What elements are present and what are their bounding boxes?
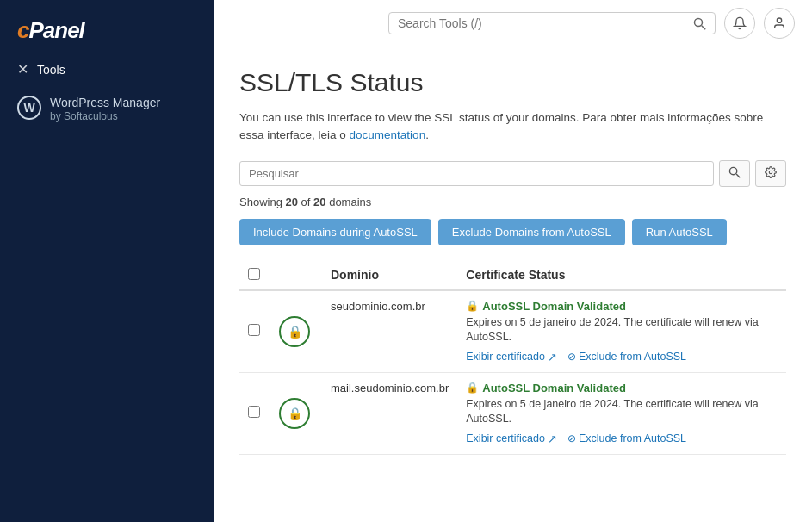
showing-count: 20 [286,196,298,208]
page-description: You can use this interface to view the S… [239,109,786,145]
select-all-checkbox[interactable] [248,268,260,280]
table-row: 🔒 mail.seudominio.com.br 🔒 AutoSSL Domai… [239,372,786,454]
row2-cert-status: 🔒 AutoSSL Domain Validated [466,382,778,395]
row1-view-cert-link[interactable]: Exibir certificado ↗ [466,351,557,364]
row1-exclude-link[interactable]: ⊘ Exclude from AutoSSL [567,351,686,363]
desc-after-link: . [425,128,429,141]
sidebar-item-tools[interactable]: ✕ Tools [0,53,214,86]
svg-point-2 [777,18,781,22]
row1-domain-cell: seudominio.com.br [322,290,457,373]
wordpress-text: WordPress Manager by Softaculous [50,95,160,124]
row1-lock-icon: 🔒 [279,316,310,347]
row2-lock-icon: 🔒 [279,398,310,429]
row1-icon-cell: 🔒 [270,290,322,373]
row1-checkbox-cell [239,290,270,373]
notifications-button[interactable] [724,8,755,39]
col-cert-header: Certificate Status [457,261,786,290]
logo-area: cPanel [0,0,214,53]
run-autossl-button[interactable]: Run AutoSSL [632,219,727,245]
svg-point-0 [695,18,703,26]
tools-icon: ✕ [17,61,28,78]
svg-point-3 [729,167,736,174]
search-tools-wrap[interactable] [388,12,716,34]
row2-external-link-icon: ↗ [548,432,557,445]
svg-line-4 [736,174,740,177]
filter-input[interactable] [239,161,714,186]
table-header-row: Domínio Certificate Status [239,261,786,290]
svg-line-1 [702,25,706,29]
user-button[interactable] [764,8,795,39]
table-row: 🔒 seudominio.com.br 🔒 AutoSSL Domain Val… [239,290,786,373]
col-icon-header [270,261,322,290]
row1-cert-expiry: Expires on 5 de janeiro de 2024. The cer… [466,315,778,345]
search-tools-button[interactable] [693,17,706,30]
wordpress-sublabel: by Softaculous [50,110,160,124]
filter-settings-button[interactable] [755,160,786,187]
svg-point-5 [769,171,772,174]
row1-status-lock-icon: 🔒 [466,300,479,312]
row1-domain-name: seudominio.com.br [331,300,425,313]
cpanel-logo: cPanel [17,17,84,44]
row2-status-lock-icon: 🔒 [466,382,479,394]
main-area: SSL/TLS Status You can use this interfac… [214,0,812,522]
col-checkbox [239,261,270,290]
desc-before-link: You can use this interface to view the S… [239,111,763,141]
row2-exclude-link[interactable]: ⊘ Exclude from AutoSSL [567,432,686,444]
row2-exclude-icon: ⊘ [567,432,576,444]
topbar [214,0,812,47]
row2-cert-links: Exibir certificado ↗ ⊘ Exclude from Auto… [466,432,778,445]
sidebar-item-wordpress[interactable]: W WordPress Manager by Softaculous [0,86,214,133]
filter-bar [239,160,786,187]
col-domain-header: Domínio [322,261,457,290]
action-buttons: Include Domains during AutoSSL Exclude D… [239,219,786,245]
row2-cert-expiry: Expires on 5 de janeiro de 2024. The cer… [466,397,778,427]
row1-cert-status: 🔒 AutoSSL Domain Validated [466,300,778,313]
wordpress-icon: W [17,96,41,120]
filter-search-button[interactable] [719,160,750,187]
row1-exclude-icon: ⊘ [567,351,576,363]
row1-cert-links: Exibir certificado ↗ ⊘ Exclude from Auto… [466,351,778,364]
showing-text: Showing 20 of 20 domains [239,196,786,208]
page-title: SSL/TLS Status [239,68,786,97]
row2-checkbox-cell [239,372,270,454]
sidebar: cPanel ✕ Tools W WordPress Manager by So… [0,0,214,522]
row2-domain-name: mail.seudominio.com.br [331,382,449,395]
include-domains-button[interactable]: Include Domains during AutoSSL [239,219,431,245]
exclude-domains-button[interactable]: Exclude Domains from AutoSSL [438,219,625,245]
bell-icon [733,16,747,30]
row1-checkbox[interactable] [248,324,260,336]
wordpress-label: WordPress Manager [50,95,160,110]
search-tools-input[interactable] [398,16,688,30]
sidebar-item-tools-label: Tools [37,63,65,77]
domains-table: Domínio Certificate Status 🔒 [239,261,786,455]
settings-icon [765,166,777,178]
row2-domain-cell: mail.seudominio.com.br [322,372,457,454]
row1-cert-cell: 🔒 AutoSSL Domain Validated Expires on 5 … [457,290,786,373]
user-icon [772,16,786,30]
row1-external-link-icon: ↗ [548,351,557,364]
row2-cert-cell: 🔒 AutoSSL Domain Validated Expires on 5 … [457,372,786,454]
showing-total: 20 [313,196,325,208]
row2-view-cert-link[interactable]: Exibir certificado ↗ [466,432,557,445]
row2-checkbox[interactable] [248,406,260,418]
row2-icon-cell: 🔒 [270,372,322,454]
documentation-link[interactable]: documentation [350,128,426,141]
search-icon [693,17,706,30]
page-content: SSL/TLS Status You can use this interfac… [214,47,812,522]
filter-search-icon [728,166,741,178]
